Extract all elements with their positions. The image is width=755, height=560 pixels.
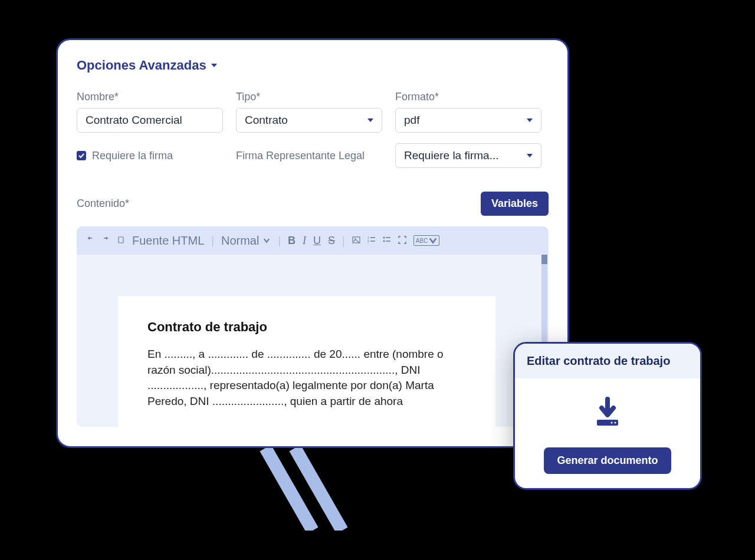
popup-body: Generar documento — [515, 378, 700, 488]
contenido-label: Contenido* — [77, 197, 129, 210]
svg-line-1 — [295, 448, 342, 531]
chevron-down-icon — [262, 236, 271, 245]
generate-document-button[interactable]: Generar documento — [544, 447, 671, 474]
rich-text-editor: Fuente HTML | Normal | B I U S | 12 — [77, 226, 549, 427]
formato-select[interactable]: pdf — [395, 108, 541, 133]
caret-down-icon — [211, 64, 217, 67]
svg-line-0 — [265, 448, 313, 531]
nombre-input[interactable]: Contrato Comercial — [77, 108, 223, 133]
scrollbar-thumb[interactable] — [541, 255, 547, 264]
edit-contract-popup: Editar contrato de trabajo Generar docum… — [513, 342, 702, 490]
field-tipo: Tipo* Contrato — [236, 91, 382, 133]
strikethrough-button[interactable]: S — [328, 235, 335, 247]
requires-signature-checkbox[interactable] — [77, 151, 86, 160]
svg-point-14 — [611, 422, 613, 424]
firma-rep-select[interactable]: Requiere la firma... — [395, 143, 541, 168]
svg-point-15 — [615, 422, 616, 424]
svg-point-11 — [383, 240, 385, 242]
source-html-button[interactable]: Fuente HTML — [132, 234, 204, 248]
download-icon — [590, 396, 625, 431]
field-nombre: Nombre* Contrato Comercial — [77, 91, 223, 133]
nombre-label: Nombre* — [77, 91, 223, 103]
editor-content-area[interactable]: Contrato de trabajo En ........., a ....… — [77, 255, 549, 427]
requires-signature-wrap: Requiere la firma — [77, 150, 223, 162]
section-toggle[interactable]: Opciones Avanzadas — [77, 58, 549, 73]
field-formato: Formato* pdf — [395, 91, 541, 133]
advanced-options-panel: Opciones Avanzadas Nombre* Contrato Come… — [56, 38, 569, 448]
numbered-list-icon[interactable]: 12 — [367, 235, 376, 247]
editor-toolbar: Fuente HTML | Normal | B I U S | 12 — [77, 226, 549, 255]
redo-icon[interactable] — [101, 235, 110, 247]
spellcheck-button[interactable]: ABC — [413, 235, 440, 246]
bullet-list-icon[interactable] — [383, 235, 391, 247]
variables-button[interactable]: Variables — [481, 192, 549, 216]
caret-down-icon — [527, 118, 533, 122]
document-icon[interactable] — [117, 235, 125, 247]
requires-signature-label: Requiere la firma — [92, 150, 173, 162]
format-dropdown[interactable]: Normal — [221, 234, 271, 248]
formato-label: Formato* — [395, 91, 541, 103]
form-row-1: Nombre* Contrato Comercial Tipo* Contrat… — [77, 91, 549, 133]
image-icon[interactable] — [352, 235, 360, 247]
italic-button[interactable]: I — [303, 235, 306, 247]
check-icon — [78, 153, 84, 159]
form-row-2: Requiere la firma Firma Representante Le… — [77, 143, 549, 168]
underline-button[interactable]: U — [313, 235, 321, 247]
svg-text:2: 2 — [367, 239, 369, 243]
firma-rep-label: Firma Representante Legal — [236, 150, 382, 162]
undo-icon[interactable] — [86, 235, 94, 247]
bold-button[interactable]: B — [288, 235, 296, 247]
section-title-text: Opciones Avanzadas — [77, 58, 206, 73]
document-page[interactable]: Contrato de trabajo En ........., a ....… — [118, 296, 495, 427]
tipo-select[interactable]: Contrato — [236, 108, 382, 133]
document-body: En ........., a ............. de .......… — [147, 347, 466, 409]
caret-down-icon — [527, 154, 533, 157]
fullscreen-icon[interactable] — [398, 235, 406, 247]
svg-point-9 — [383, 236, 385, 238]
popup-title: Editar contrato de trabajo — [515, 344, 700, 378]
chevron-down-icon — [429, 236, 437, 245]
tipo-label: Tipo* — [236, 91, 382, 103]
content-header-row: Contenido* Variables — [77, 192, 549, 216]
svg-rect-2 — [119, 237, 123, 243]
decorative-lines — [260, 448, 378, 531]
document-title: Contrato de trabajo — [147, 319, 466, 335]
caret-down-icon — [367, 118, 373, 122]
